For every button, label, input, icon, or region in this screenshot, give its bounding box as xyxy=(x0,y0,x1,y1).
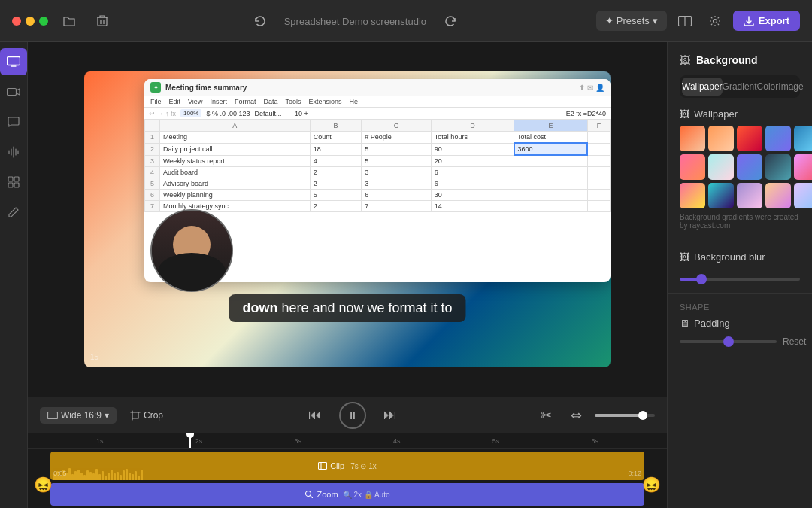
zoom-label: Zoom xyxy=(304,490,338,499)
emoji-handle-right[interactable]: 😖 xyxy=(642,476,661,494)
person-body xyxy=(158,253,226,291)
undo-button[interactable] xyxy=(248,9,272,33)
wallpaper-swatch[interactable] xyxy=(708,183,734,208)
blur-header: 🖼 Background blur xyxy=(680,251,800,263)
wallpaper-swatch[interactable] xyxy=(794,183,812,208)
canvas-timestamp: 15 xyxy=(90,353,98,361)
table-row: 2 Daily project call 18 5 90 3600 xyxy=(145,143,611,155)
tab-wallpaper[interactable]: Wallpaper xyxy=(682,78,723,96)
wallpaper-swatch[interactable] xyxy=(765,183,791,208)
clip-info: 7s ⊙ 1x xyxy=(350,462,377,470)
wallpaper-swatch[interactable] xyxy=(737,126,762,151)
maximize-button[interactable] xyxy=(39,17,48,26)
folder-icon-button[interactable] xyxy=(57,9,81,33)
wallpaper-swatch[interactable] xyxy=(708,154,734,180)
export-button[interactable]: Export xyxy=(733,11,800,31)
wallpaper-swatch[interactable] xyxy=(708,126,734,151)
tab-gradient[interactable]: Gradient xyxy=(723,78,757,96)
presets-button[interactable]: ✦ Presets ▾ xyxy=(596,11,667,31)
table-row: 5 Advisory board 2 3 6 xyxy=(145,178,611,189)
main-layout: ✦ Meeting time summary ⬆ ✉ 👤 File Edit V… xyxy=(0,42,812,508)
sidebar-icon-edit[interactable] xyxy=(0,199,27,226)
tab-color[interactable]: Color xyxy=(757,78,779,96)
background-tabs: Wallpaper Gradient Color Image xyxy=(680,75,800,98)
skip-forward-button[interactable]: ⏭ xyxy=(378,403,402,427)
padding-title: Padding xyxy=(694,318,730,329)
sheet-toolbar: ✦ Meeting time summary ⬆ ✉ 👤 xyxy=(144,79,611,96)
svg-rect-5 xyxy=(8,89,17,96)
settings-icon-button[interactable] xyxy=(703,9,727,33)
bottom-center-controls: ⏮ ⏸ ⏭ xyxy=(303,402,402,429)
padding-slider[interactable] xyxy=(680,340,777,343)
wallpaper-swatch[interactable] xyxy=(765,154,791,180)
wallpaper-swatch[interactable] xyxy=(765,126,791,151)
scissors-button[interactable]: ✂ xyxy=(535,403,559,427)
blur-slider[interactable] xyxy=(680,278,800,281)
sheets-icon: ✦ xyxy=(150,82,161,93)
aspect-ratio-button[interactable]: Wide 16:9 ▾ xyxy=(40,407,117,424)
zoom-info: 🔍 2x 🔒 Auto xyxy=(343,491,390,499)
padding-header: 🖥 Padding xyxy=(680,318,800,329)
right-panel: 🖼 Background Wallpaper Gradient Color Im… xyxy=(667,42,812,508)
blur-title: Background blur xyxy=(694,251,765,263)
sidebar-icon-chat[interactable] xyxy=(0,108,27,135)
wallpaper-swatch[interactable] xyxy=(794,126,812,151)
sidebar-icon-screen[interactable] xyxy=(0,48,27,75)
close-button[interactable] xyxy=(12,17,21,26)
timeline-area: 😖 😖 1s 2s 3s 4s 5s 6s xyxy=(28,433,667,508)
volume-fill xyxy=(595,414,640,417)
wallpaper-swatch[interactable] xyxy=(680,154,705,180)
trash-icon-button[interactable] xyxy=(90,9,114,33)
playhead[interactable] xyxy=(189,433,191,448)
speed-button[interactable]: ⇔ xyxy=(565,403,589,427)
ruler-marks: 1s 2s 3s 4s 5s 6s xyxy=(50,437,644,445)
center-area: ✦ Meeting time summary ⬆ ✉ 👤 File Edit V… xyxy=(28,42,667,508)
background-icon: 🖼 xyxy=(680,54,690,66)
wallpaper-swatch[interactable] xyxy=(794,154,812,180)
sidebar-icon-shortcuts[interactable] xyxy=(0,169,27,196)
topbar-center: Spreadsheet Demo screenstudio xyxy=(248,9,462,33)
sidebar-icon-camera[interactable] xyxy=(0,78,27,105)
topbar-right: ✦ Presets ▾ Export xyxy=(596,9,800,33)
webcam-overlay xyxy=(150,209,233,292)
timeline-tracks: Clip 7s ⊙ 1x 0:05 0:12 Zoom xyxy=(28,449,667,508)
reset-button[interactable]: Reset xyxy=(783,336,806,347)
raycast-credit: Background gradients were created by ray… xyxy=(680,213,800,230)
volume-slider-container xyxy=(595,414,655,417)
shape-section: Shape 🖥 Padding Reset xyxy=(668,294,812,356)
sheet-title: Meeting time summary xyxy=(165,84,247,92)
redo-button[interactable] xyxy=(438,9,462,33)
sheet-table: A B C D E F 1 xyxy=(144,120,611,212)
canvas-area: ✦ Meeting time summary ⬆ ✉ 👤 File Edit V… xyxy=(28,42,667,397)
webcam-person xyxy=(152,211,232,291)
bottom-left-controls: Wide 16:9 ▾ Crop xyxy=(40,407,171,424)
crop-button[interactable]: Crop xyxy=(123,407,171,424)
clip-track[interactable]: Clip 7s ⊙ 1x 0:05 0:12 xyxy=(50,452,644,480)
volume-thumb[interactable] xyxy=(638,411,647,420)
layout-icon-button[interactable] xyxy=(673,9,697,33)
table-row: 1 Meeting Count # People Total hours Tot… xyxy=(145,132,611,144)
clip-time-start: 0:05 xyxy=(53,470,67,477)
bottom-controls: Wide 16:9 ▾ Crop ⏮ ⏸ ⏭ ✂ ⇔ xyxy=(28,397,667,433)
sidebar-icon-audio[interactable] xyxy=(0,138,27,166)
emoji-handle-left[interactable]: 😖 xyxy=(34,476,53,494)
svg-rect-7 xyxy=(14,177,19,181)
svg-rect-4 xyxy=(8,57,20,65)
shape-label: Shape xyxy=(680,303,800,312)
tab-image[interactable]: Image xyxy=(778,78,803,96)
topbar-title: Spreadsheet Demo screenstudio xyxy=(284,15,426,27)
left-sidebar xyxy=(0,42,28,508)
background-title: Background xyxy=(696,54,758,66)
minimize-button[interactable] xyxy=(26,17,35,26)
wallpaper-swatch[interactable] xyxy=(680,183,705,208)
wallpaper-swatch[interactable] xyxy=(737,183,762,208)
zoom-track[interactable]: Zoom 🔍 2x 🔒 Auto xyxy=(50,483,644,506)
wallpaper-swatch[interactable] xyxy=(680,126,705,151)
timeline-ruler: 1s 2s 3s 4s 5s 6s xyxy=(28,433,667,449)
skip-back-button[interactable]: ⏮ xyxy=(303,403,327,427)
wallpaper-swatch[interactable] xyxy=(737,154,762,180)
formula-bar: ↩ → ↑ fx 100% $ % .0 .00 123 Default... … xyxy=(144,108,611,120)
svg-rect-0 xyxy=(98,17,107,26)
sheet-body: A B C D E F 1 xyxy=(144,120,611,212)
pause-button[interactable]: ⏸ xyxy=(339,402,366,429)
